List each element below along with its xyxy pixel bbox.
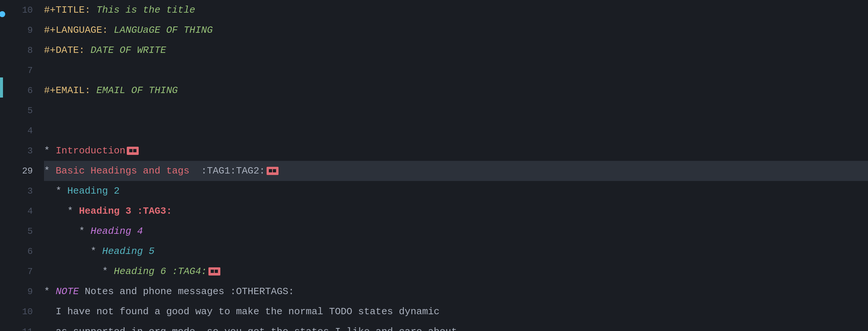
code-line-12[interactable]: * Heading 5 (44, 241, 868, 261)
token-val-italic: DATE OF WRITE (91, 45, 166, 56)
token-normal (131, 206, 137, 217)
token-star: * (102, 266, 114, 277)
token-normal (189, 165, 201, 176)
line-number-14: 9 (3, 281, 33, 302)
token-heading6: Heading 6 :TAG4: (114, 266, 207, 277)
token-normal (44, 266, 102, 277)
token-val-italic: EMAIL OF THING (96, 85, 177, 96)
line-number-4: 6 (3, 80, 33, 101)
code-line-15[interactable]: I have not found a good way to make the … (44, 302, 868, 322)
token-tag: :OTHERTAGS: (230, 286, 294, 297)
token-heading1: Introduction (56, 145, 125, 156)
line-number-1: 9 (3, 20, 33, 40)
token-todo-note: NOTE (56, 286, 79, 297)
token-heading5: Heading 5 (102, 246, 154, 257)
line-number-11: 5 (3, 221, 33, 241)
code-line-1[interactable]: #+LANGUAGE: LANGUaGE OF THING (44, 20, 868, 40)
code-line-11[interactable]: * Heading 4 (44, 221, 868, 241)
token-heading4: Heading 4 (91, 226, 143, 237)
token-normal (44, 185, 56, 197)
active-line-indicator (0, 77, 3, 98)
editor-container: 109876543293456791011121314151617 #+TITL… (0, 0, 868, 331)
left-border (0, 0, 3, 331)
token-heading2: Heading 2 (67, 185, 119, 197)
token-star: * (91, 246, 102, 257)
token-normal (44, 226, 79, 237)
code-line-10[interactable]: * Heading 3 :TAG3: (44, 201, 868, 221)
token-star: * (79, 226, 91, 237)
line-number-15: 10 (3, 302, 33, 322)
token-val-italic: This is the title (96, 4, 195, 16)
code-line-0[interactable]: #+TITLE: This is the title (44, 0, 868, 20)
token-normal (85, 45, 91, 56)
token-kw-orange: #+LANGUAGE: (44, 25, 108, 36)
token-heading3-bold: Heading 3 (79, 206, 131, 217)
code-line-7[interactable]: * Introduction■■ (44, 141, 868, 161)
line-number-0: 10 (3, 0, 33, 20)
token-star: * (44, 165, 56, 176)
code-line-5[interactable] (44, 101, 868, 121)
token-normal: I have not found a good way to make the … (44, 306, 440, 317)
line-number-12: 6 (3, 241, 33, 261)
code-line-9[interactable]: * Heading 2 (44, 181, 868, 201)
code-line-3[interactable] (44, 60, 868, 80)
token-star: * (56, 185, 67, 197)
code-line-16[interactable]: as supported in org mode, so you get the… (44, 322, 868, 331)
line-number-6: 4 (3, 121, 33, 141)
line-number-13: 7 (3, 261, 33, 281)
token-normal (44, 246, 91, 257)
token-normal (91, 4, 97, 16)
line-number-8: 29 (3, 161, 33, 181)
token-tag: :TAG1:TAG2: (201, 165, 265, 176)
token-normal: as supported in org mode, so you get the… (44, 326, 463, 331)
inline-badge: ■■ (127, 147, 139, 155)
code-line-4[interactable]: #+EMAIL: EMAIL OF THING (44, 80, 868, 101)
code-line-14[interactable]: * NOTE Notes and phone messages :OTHERTA… (44, 281, 868, 302)
token-kw-orange: #+EMAIL: (44, 85, 91, 96)
token-normal (108, 25, 114, 36)
token-kw-orange: #+DATE: (44, 45, 85, 56)
line-number-5: 5 (3, 101, 33, 121)
line-number-16: 11 (3, 322, 33, 331)
code-line-8[interactable]: * Basic Headings and tags :TAG1:TAG2:■■ (44, 161, 868, 181)
inline-badge: ■■ (208, 267, 220, 276)
line-number-9: 3 (3, 181, 33, 201)
line-number-3: 7 (3, 60, 33, 80)
line-numbers: 109876543293456791011121314151617 (3, 0, 40, 331)
token-val-italic: LANGUaGE OF THING (114, 25, 213, 36)
code-line-6[interactable] (44, 121, 868, 141)
code-area[interactable]: #+TITLE: This is the title#+LANGUAGE: LA… (40, 0, 868, 331)
line-number-7: 3 (3, 141, 33, 161)
line-number-2: 8 (3, 40, 33, 60)
line-number-10: 4 (3, 201, 33, 221)
token-star: * (44, 145, 56, 156)
token-normal (44, 206, 67, 217)
code-line-2[interactable]: #+DATE: DATE OF WRITE (44, 40, 868, 60)
token-heading3-tag: :TAG3: (137, 206, 172, 217)
token-star: * (44, 286, 56, 297)
token-normal: Notes and phone messages (79, 286, 230, 297)
token-kw-orange: #+TITLE: (44, 4, 91, 16)
token-heading1: Basic Headings and tags (56, 165, 189, 176)
token-normal (91, 85, 97, 96)
token-star: * (67, 206, 79, 217)
code-line-13[interactable]: * Heading 6 :TAG4:■■ (44, 261, 868, 281)
inline-badge: ■■ (267, 167, 279, 175)
